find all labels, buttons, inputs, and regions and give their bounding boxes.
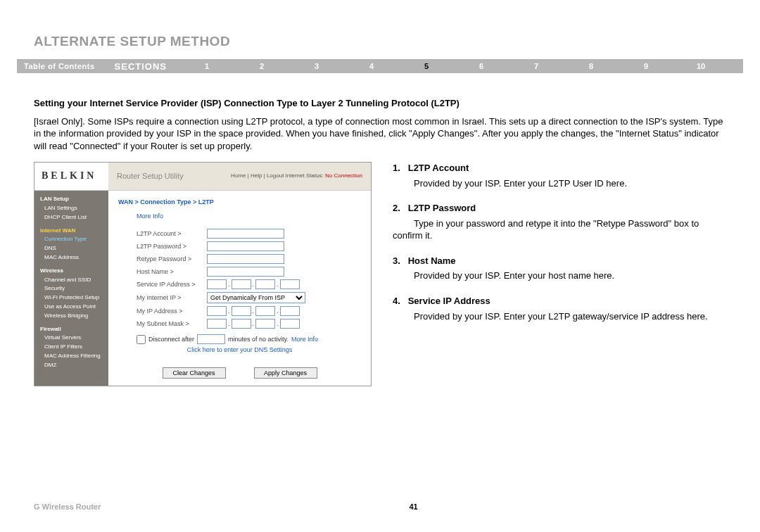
label-retype: Retype Password > <box>137 255 207 263</box>
field-descriptions: 1. L2TP Account Provided by your ISP. En… <box>393 162 726 335</box>
breadcrumb: WAN > Connection Type > L2TP <box>118 198 361 206</box>
disconnect-minutes[interactable] <box>197 334 225 344</box>
section-num-9[interactable]: 9 <box>619 62 673 70</box>
subnet-4[interactable] <box>280 319 300 329</box>
field2-num: 2. <box>393 203 400 213</box>
section-num-10[interactable]: 10 <box>673 62 728 70</box>
router-title-area: Router Setup Utility Home | Help | Logou… <box>108 163 371 190</box>
sidebar-cat-wan[interactable]: Internet WAN <box>40 227 108 236</box>
field3-desc: Provided by your ISP. Enter your host na… <box>414 270 614 281</box>
subnet-2[interactable] <box>232 319 251 329</box>
intro-paragraph: [Israel Only]. Some ISPs require a conne… <box>34 115 726 153</box>
field1-desc: Provided by your ISP. Enter your L2TP Us… <box>414 178 627 189</box>
sidebar-item-mac-filter[interactable]: MAC Address Filtering <box>40 352 108 361</box>
select-my-internet-ip[interactable]: Get Dynamically From ISP <box>207 292 305 303</box>
sidebar-item-mac[interactable]: MAC Address <box>40 253 108 262</box>
field4-title: Service IP Address <box>408 296 490 306</box>
label-my-internet-ip: My Internet IP > <box>137 293 207 302</box>
disconnect-pre: Disconnect after <box>148 335 194 343</box>
router-main: WAN > Connection Type > L2TP More Info L… <box>108 191 371 385</box>
section-num-7[interactable]: 7 <box>509 62 564 70</box>
footer-product: G Wireless Router <box>34 502 101 511</box>
service-ip-2[interactable] <box>232 279 251 289</box>
sidebar-item-ip-filters[interactable]: Client IP Filters <box>40 343 108 352</box>
field3-num: 3. <box>393 255 400 266</box>
sidebar-cat-lan[interactable]: LAN Setup <box>40 195 108 204</box>
field4-desc: Provided by your ISP. Enter your L2TP ga… <box>414 311 708 322</box>
input-retype[interactable] <box>207 254 284 264</box>
label-my-ip: My IP Address > <box>137 307 207 315</box>
input-host[interactable] <box>207 267 284 277</box>
sidebar-item-dhcp[interactable]: DHCP Client List <box>40 213 108 222</box>
page-title: ALTERNATE SETUP METHOD <box>34 34 230 49</box>
section-num-8[interactable]: 8 <box>564 62 619 70</box>
field1-num: 1. <box>393 163 400 173</box>
toc-link[interactable]: Table of Contents <box>17 62 102 70</box>
page-footer: G Wireless Router 41 <box>34 502 726 511</box>
section-num-3[interactable]: 3 <box>289 62 344 70</box>
sidebar-item-connection-type[interactable]: Connection Type <box>40 235 108 244</box>
router-utility-title: Router Setup Utility <box>117 171 184 182</box>
router-header-links[interactable]: Home | Help | Logout Internet Status: No… <box>231 172 362 180</box>
sidebar-item-security[interactable]: Security <box>40 284 108 293</box>
router-header: BELKIN Router Setup Utility Home | Help … <box>34 163 371 191</box>
section-num-2[interactable]: 2 <box>234 62 289 70</box>
my-ip-2[interactable] <box>232 306 251 316</box>
sections-label: SECTIONS <box>102 61 179 72</box>
router-sidebar: LAN Setup LAN Settings DHCP Client List … <box>34 191 108 385</box>
intro-heading: Setting your Internet Service Provider (… <box>34 97 726 110</box>
sidebar-cat-firewall[interactable]: Firewall <box>40 325 108 334</box>
sidebar-item-wps[interactable]: Wi-Fi Protected Setup <box>40 293 108 303</box>
section-num-5[interactable]: 5 <box>399 62 454 70</box>
sidebar-item-lan-settings[interactable]: LAN Settings <box>40 204 108 213</box>
my-ip-4[interactable] <box>280 306 300 316</box>
sidebar-item-ap[interactable]: Use as Access Point <box>40 303 108 312</box>
more-info-link[interactable]: More Info <box>137 212 163 220</box>
footer-page-number: 41 <box>410 502 418 511</box>
clear-changes-button[interactable]: Clear Changes <box>163 367 226 379</box>
sidebar-cat-wireless[interactable]: Wireless <box>40 267 108 276</box>
service-ip-3[interactable] <box>255 279 275 289</box>
service-ip-4[interactable] <box>280 279 300 289</box>
label-service-ip: Service IP Address > <box>137 280 207 289</box>
section-num-4[interactable]: 4 <box>344 62 399 70</box>
label-host: Host Name > <box>137 267 207 276</box>
sidebar-item-bridging[interactable]: Wireless Bridging <box>40 312 108 321</box>
my-ip-1[interactable] <box>207 306 227 316</box>
field4-num: 4. <box>393 296 400 306</box>
my-ip-3[interactable] <box>255 306 275 316</box>
disconnect-more-info[interactable]: More Info <box>291 335 318 343</box>
sidebar-item-dns[interactable]: DNS <box>40 244 108 253</box>
sidebar-item-dmz[interactable]: DMZ <box>40 361 108 370</box>
label-subnet: My Subnet Mask > <box>137 319 207 328</box>
internet-status-value: No Connection <box>325 172 362 179</box>
router-header-links-text[interactable]: Home | Help | Logout Internet Status: <box>231 172 324 179</box>
section-num-6[interactable]: 6 <box>454 62 509 70</box>
subnet-1[interactable] <box>207 319 227 329</box>
apply-changes-button[interactable]: Apply Changes <box>254 367 317 379</box>
label-account: L2TP Account > <box>137 229 207 238</box>
sidebar-item-channel[interactable]: Channel and SSID <box>40 276 108 285</box>
field2-title: L2TP Password <box>408 203 476 213</box>
field2-desc: Type in your password and retype it into… <box>393 218 699 241</box>
input-password[interactable] <box>207 241 284 251</box>
router-screenshot: BELKIN Router Setup Utility Home | Help … <box>34 162 372 386</box>
input-account[interactable] <box>207 229 284 239</box>
section-num-1[interactable]: 1 <box>179 62 234 70</box>
subnet-3[interactable] <box>255 319 275 329</box>
section-nav-bar: Table of Contents SECTIONS 1 2 3 4 5 6 7… <box>17 59 743 73</box>
label-password: L2TP Password > <box>137 242 207 251</box>
disconnect-checkbox[interactable] <box>137 335 146 344</box>
field1-title: L2TP Account <box>408 163 469 173</box>
disconnect-post: minutes of no activity. <box>228 335 289 343</box>
belkin-logo: BELKIN <box>34 170 108 183</box>
field3-title: Host Name <box>408 255 456 266</box>
sidebar-item-virtual-servers[interactable]: Virtual Servers <box>40 334 108 343</box>
dns-settings-link[interactable]: Click here to enter your DNS Settings <box>118 346 361 354</box>
service-ip-1[interactable] <box>207 279 227 289</box>
